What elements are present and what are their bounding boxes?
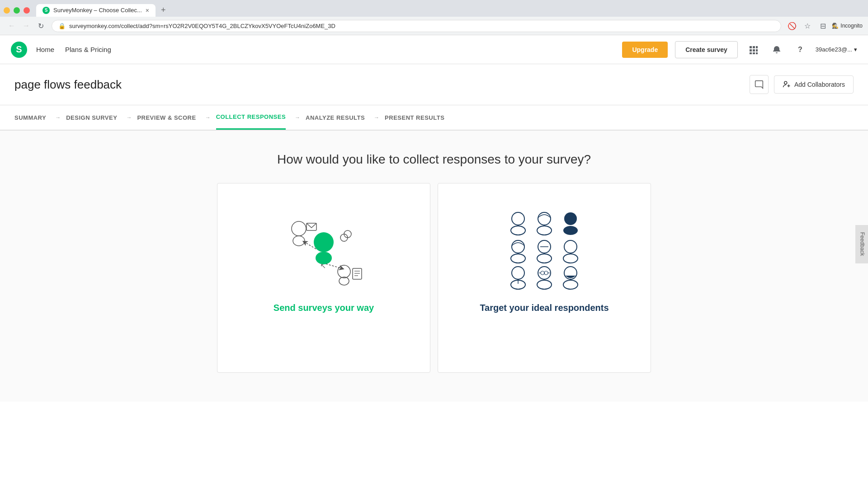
add-collaborators-button[interactable]: Add Collaborators <box>774 75 854 94</box>
svg-point-15 <box>293 236 305 246</box>
browser-chrome: S SurveyMonkey – Choose Collec... × + ← … <box>0 0 868 35</box>
tab-title: SurveyMonkey – Choose Collec... <box>53 7 142 14</box>
svg-point-41 <box>512 267 524 279</box>
nav-analyze-results[interactable]: ANALYZE RESULTS <box>306 106 365 129</box>
svg-point-9 <box>784 81 787 84</box>
back-button[interactable]: ← <box>5 19 18 32</box>
nav-plans-pricing[interactable]: Plans & Pricing <box>65 46 111 53</box>
browser-tab-bar: S SurveyMonkey – Choose Collec... × + <box>0 0 868 17</box>
no-image-icon[interactable]: 🚫 <box>786 19 798 32</box>
svg-rect-0 <box>750 46 752 48</box>
nav-arrow-2: → <box>126 114 132 121</box>
card2-title: Target your ideal respondents <box>480 303 609 313</box>
apps-icon[interactable] <box>745 42 761 58</box>
svg-rect-1 <box>753 46 755 48</box>
nav-design-survey[interactable]: DESIGN SURVEY <box>66 106 117 129</box>
svg-point-46 <box>544 271 548 275</box>
svg-rect-6 <box>750 52 752 54</box>
page-content: page flows feedback Add Collaborators SU… <box>0 64 868 402</box>
refresh-icon: ↻ <box>38 22 44 30</box>
svg-line-26 <box>326 264 342 268</box>
address-bar[interactable]: 🔒 surveymonkey.com/collect/add?sm=rsYO2R… <box>52 20 781 32</box>
account-dropdown-icon: ▾ <box>854 46 857 53</box>
tab-favicon: S <box>42 7 50 14</box>
svg-point-19 <box>338 265 350 278</box>
nav-present-results[interactable]: PRESENT RESULTS <box>385 106 444 129</box>
notifications-icon[interactable] <box>769 42 785 58</box>
header-right: Upgrade Create survey ? 39ac6e2 <box>622 41 857 58</box>
account-button[interactable]: 39ac6e23@... ▾ <box>816 46 857 53</box>
nav-arrow-1: → <box>55 114 61 121</box>
svg-point-30 <box>538 212 551 225</box>
card1-title: Send surveys your way <box>274 303 374 313</box>
create-survey-button[interactable]: Create survey <box>675 41 738 58</box>
account-label: 39ac6e23@... <box>816 46 852 53</box>
svg-point-31 <box>537 226 552 235</box>
nav-preview-score[interactable]: PREVIEW & SCORE <box>137 106 196 129</box>
svg-rect-5 <box>756 49 758 52</box>
svg-point-35 <box>511 254 525 263</box>
app-header: S Home Plans & Pricing Upgrade Create su… <box>0 35 868 64</box>
svg-point-33 <box>563 226 578 235</box>
nav-collect-responses[interactable]: COLLECT RESPONSES <box>216 105 286 130</box>
browser-tab-active[interactable]: S SurveyMonkey – Choose Collec... × <box>36 4 156 17</box>
browser-nav-bar: ← → ↻ 🔒 surveymonkey.com/collect/add?sm=… <box>0 17 868 35</box>
lock-icon: 🔒 <box>58 23 66 29</box>
svg-rect-8 <box>756 52 758 54</box>
send-surveys-svg: ↖ <box>274 202 373 292</box>
new-tab-button[interactable]: + <box>157 4 170 17</box>
nav-arrow-4: → <box>295 114 300 121</box>
person-add-icon <box>783 80 791 89</box>
main-nav: Home Plans & Pricing <box>36 46 111 53</box>
bookmark-icon[interactable]: ☆ <box>801 19 814 32</box>
svg-rect-3 <box>750 49 752 52</box>
browser-toolbar-icons: 🚫 ☆ ⊟ 🕵️ Incognito <box>786 19 863 32</box>
bell-icon <box>772 45 781 54</box>
upgrade-button[interactable]: Upgrade <box>622 42 668 58</box>
app-logo[interactable]: S <box>11 42 27 58</box>
card-target-respondents[interactable]: Target your ideal respondents <box>438 183 651 373</box>
svg-rect-7 <box>753 52 755 54</box>
forward-button[interactable]: → <box>20 19 33 32</box>
avatar-grid-svg <box>495 202 594 292</box>
svg-rect-4 <box>753 49 755 52</box>
cards-container: ↖ Send surveys your way <box>217 183 651 373</box>
svg-point-12 <box>314 232 334 252</box>
svg-point-49 <box>537 280 552 289</box>
apps-grid-icon <box>749 45 758 54</box>
svg-point-28 <box>512 212 524 225</box>
incognito-badge[interactable]: 🕵️ Incognito <box>832 23 863 29</box>
survey-nav: SUMMARY → DESIGN SURVEY → PREVIEW & SCOR… <box>0 105 868 131</box>
incognito-label: Incognito <box>840 23 863 29</box>
main-content: How would you like to collect responses … <box>0 131 868 402</box>
refresh-button[interactable]: ↻ <box>34 19 47 32</box>
svg-point-51 <box>563 280 578 289</box>
svg-point-29 <box>511 226 525 235</box>
sidebar-icon[interactable]: ⊟ <box>816 19 829 32</box>
main-question: How would you like to collect responses … <box>14 152 854 167</box>
svg-point-32 <box>564 212 577 225</box>
target-respondents-illustration <box>495 202 594 292</box>
page-title: page flows feedback <box>14 78 750 92</box>
nav-home[interactable]: Home <box>36 46 54 53</box>
comment-icon <box>755 80 764 89</box>
card-send-surveys[interactable]: ↖ Send surveys your way <box>217 183 430 373</box>
svg-point-39 <box>564 240 577 253</box>
page-actions: Add Collaborators <box>750 75 854 94</box>
svg-point-40 <box>563 254 578 263</box>
forward-icon: → <box>23 22 30 30</box>
close-button[interactable] <box>24 7 30 14</box>
comment-button[interactable] <box>750 75 769 94</box>
nav-arrow-3: → <box>205 114 211 121</box>
tab-close-icon[interactable]: × <box>146 7 149 14</box>
maximize-button[interactable] <box>14 7 20 14</box>
send-surveys-illustration: ↖ <box>274 202 373 292</box>
feedback-tab[interactable]: Feedback <box>856 225 868 263</box>
svg-text:↖: ↖ <box>320 262 326 270</box>
svg-point-14 <box>292 221 306 236</box>
page-header: page flows feedback Add Collaborators <box>0 64 868 105</box>
svg-point-38 <box>537 254 552 263</box>
minimize-button[interactable] <box>4 7 10 14</box>
nav-summary[interactable]: SUMMARY <box>14 106 46 129</box>
help-icon[interactable]: ? <box>792 42 808 58</box>
